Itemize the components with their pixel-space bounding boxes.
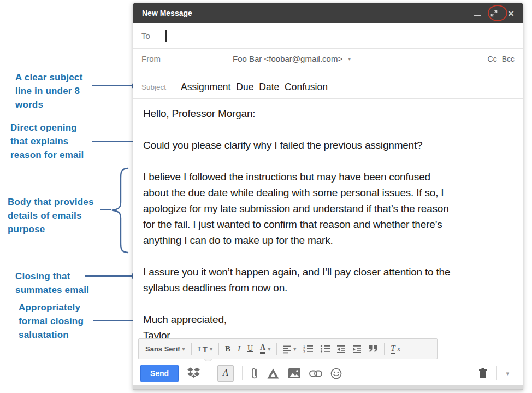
remove-formatting-icon: T — [391, 344, 395, 354]
action-bar-divider — [209, 366, 209, 380]
svg-text:3: 3 — [303, 350, 305, 354]
quote-icon — [369, 345, 378, 353]
body-line: apologize for my late submission and und… — [143, 201, 513, 216]
chevron-down-icon: ▾ — [210, 346, 212, 352]
cc-bcc-group: Cc Bcc — [488, 55, 515, 63]
from-account-selector[interactable]: Foo Bar <foobar@gmail.com> ▾ — [233, 54, 351, 63]
dropbox-icon[interactable] — [187, 367, 200, 379]
send-button[interactable]: Send — [140, 365, 179, 382]
indent-more-button[interactable] — [352, 343, 363, 355]
indent-less-icon — [337, 344, 346, 354]
from-row: From Foo Bar <foobar@gmail.com> ▾ Cc Bcc — [133, 49, 523, 69]
cc-button[interactable]: Cc — [488, 55, 497, 63]
from-value: Foo Bar <foobar@gmail.com> — [233, 54, 342, 63]
remove-formatting-icon-x: x — [398, 346, 400, 352]
text-format-icon: A — [223, 368, 228, 378]
chevron-down-icon: ▾ — [293, 346, 296, 352]
insert-photo-button[interactable] — [288, 368, 301, 379]
underline-button[interactable]: U — [246, 343, 254, 354]
body-line — [143, 296, 513, 312]
bold-button[interactable]: B — [224, 343, 232, 355]
toolbar-divider — [384, 343, 385, 355]
emoji-icon — [330, 368, 342, 379]
bcc-button[interactable]: Bcc — [502, 55, 515, 63]
email-body[interactable]: Hello, Professor Morgan:Could you please… — [133, 99, 523, 343]
action-bar-divider — [496, 366, 497, 380]
italic-icon: I — [238, 344, 240, 354]
bulleted-list-button[interactable] — [319, 343, 331, 355]
indent-more-icon — [353, 344, 362, 354]
indent-less-button[interactable] — [336, 343, 347, 355]
action-bar-divider — [242, 366, 243, 380]
quote-button[interactable] — [368, 344, 379, 354]
body-line — [143, 121, 513, 137]
subject-field[interactable]: Subject Assignment Due Date Confusion — [133, 75, 523, 99]
font-size-button[interactable]: T T ▾ — [197, 343, 214, 355]
insert-link-icon — [309, 370, 322, 377]
body-line: I assure you it won’t happen again, and … — [143, 264, 513, 280]
from-label: From — [141, 54, 161, 63]
text-format-toggle-button[interactable]: A — [217, 365, 234, 382]
annotation-arrow-opening — [92, 141, 135, 142]
annotation-salutation-note: Appropriately formal closing saluatation — [19, 301, 96, 342]
align-button[interactable]: ▾ — [282, 343, 297, 355]
body-line: Hello, Professor Morgan: — [143, 105, 513, 121]
screenshot-canvas: A clear subject line in under 8 words Di… — [0, 0, 532, 393]
annotation-arrow-salutation — [93, 320, 133, 321]
chevron-down-icon: ▾ — [348, 56, 351, 62]
close-icon[interactable]: × — [508, 8, 514, 19]
text-color-icon: A — [260, 344, 265, 354]
body-line: syllabus deadlines from now on. — [143, 280, 513, 296]
formatting-toolbar: Sans Serif ▾ T T ▾ B I U A ▾ — [138, 338, 438, 359]
compose-window: New Message × To From Foo Bar <foobar@gm… — [133, 3, 523, 390]
toolbar-divider — [276, 343, 277, 355]
italic-button[interactable]: I — [237, 343, 241, 355]
numbered-list-button[interactable]: 123 — [302, 343, 314, 355]
body-line — [143, 153, 513, 169]
font-family-selector[interactable]: Sans Serif ▾ — [144, 344, 186, 354]
text-cursor — [165, 30, 167, 42]
to-label: To — [141, 31, 150, 40]
delete-draft-button[interactable] — [478, 368, 488, 379]
bulleted-list-icon — [320, 344, 330, 354]
emoji-button[interactable] — [330, 368, 342, 379]
body-line — [143, 248, 513, 264]
subject-label: Subject — [141, 83, 166, 91]
insert-link-button[interactable] — [309, 370, 322, 377]
annotation-subject-note: A clear subject line in under 8 words — [15, 71, 96, 112]
numbered-list-icon: 123 — [303, 344, 313, 354]
action-bar: Send A — [133, 361, 523, 385]
font-size-icon: T — [198, 346, 201, 352]
subject-value: Assignment Due Date Confusion — [181, 81, 328, 93]
annotation-closing-note: Closing that summates email — [15, 269, 98, 297]
window-controls: × — [474, 8, 514, 19]
google-drive-icon — [267, 368, 280, 379]
body-line: for the fail. I just wanted to confirm t… — [143, 216, 513, 232]
annotation-arrow-closing — [85, 275, 133, 277]
font-size-icon-large: T — [203, 344, 208, 354]
insert-photo-icon — [288, 368, 301, 379]
underline-icon: U — [247, 344, 253, 353]
annotation-brace — [108, 167, 132, 254]
trash-icon — [478, 368, 488, 379]
body-line: I believe I followed the instructions bu… — [143, 169, 513, 185]
action-bar-right: ▾ — [478, 366, 516, 380]
remove-formatting-button[interactable]: Tx — [389, 343, 401, 355]
expand-icon[interactable] — [490, 9, 499, 17]
minimize-icon[interactable] — [474, 15, 481, 16]
chevron-down-icon: ▾ — [268, 346, 270, 352]
compose-titlebar[interactable]: New Message × — [133, 3, 523, 23]
paperclip-icon — [251, 367, 258, 380]
toolbar-divider — [191, 343, 192, 355]
font-family-label: Sans Serif — [145, 345, 180, 353]
body-line: anything I can do to make up for the mar… — [143, 232, 513, 248]
more-options-icon[interactable]: ▾ — [506, 370, 509, 377]
attach-file-button[interactable] — [251, 367, 258, 380]
text-color-button[interactable]: A ▾ — [259, 343, 271, 355]
align-icon — [283, 344, 291, 354]
chevron-down-icon: ▾ — [182, 346, 185, 352]
body-line: about the due date while dealing with so… — [143, 185, 513, 201]
google-drive-button[interactable] — [267, 368, 280, 379]
to-field[interactable]: To — [133, 23, 523, 49]
window-bottom-edge — [133, 385, 523, 389]
